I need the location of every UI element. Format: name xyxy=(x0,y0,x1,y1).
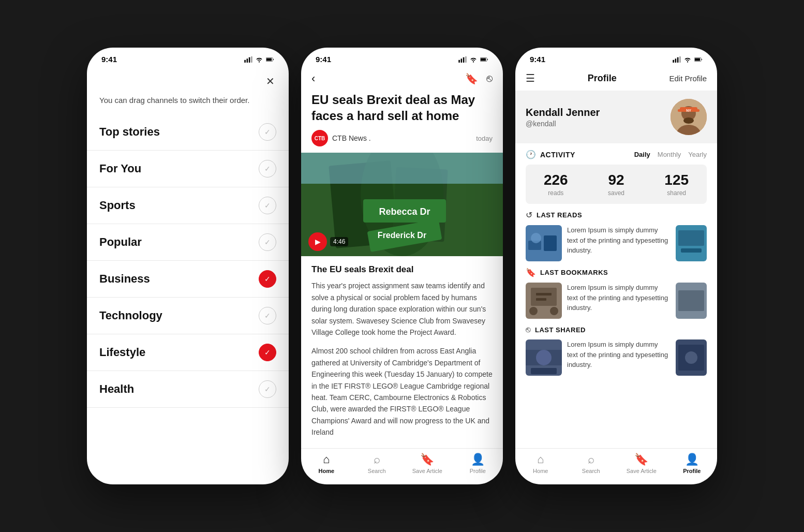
tab-daily[interactable]: Daily xyxy=(634,151,650,158)
svg-text:Frederick Dr: Frederick Dr xyxy=(378,231,426,240)
channels-content: ✕ You can drag channels to switch their … xyxy=(87,68,289,484)
channel-item[interactable]: For You✓ xyxy=(87,151,289,187)
save-label-3: Save Article xyxy=(627,468,657,474)
edit-profile-button[interactable]: Edit Profile xyxy=(669,74,707,83)
channel-name: Top stories xyxy=(99,125,160,139)
channel-name: Sports xyxy=(99,199,136,212)
signal-icon xyxy=(244,56,252,63)
profile-icon-2: 👤 xyxy=(471,453,485,466)
last-shared-thumb xyxy=(526,339,562,376)
search-icon-3: ⌕ xyxy=(588,453,594,466)
last-reads-card[interactable]: Lorem Ipsum is simply dummy text of the … xyxy=(526,225,707,261)
channel-check[interactable]: ✓ xyxy=(259,380,276,398)
battery-icon-2 xyxy=(480,56,488,63)
channel-check[interactable]: ✓ xyxy=(259,233,276,251)
last-bookmarks-header: 🔖 LAST BOOKMARKS xyxy=(526,268,707,277)
channel-name: Technology xyxy=(99,309,162,322)
article-source: CTB CTB News . today xyxy=(301,130,503,153)
svg-text:Rebecca Dr: Rebecca Dr xyxy=(379,206,430,217)
last-shared-header: ⎋ LAST SHARED xyxy=(526,325,707,334)
profile-page-title: Profile xyxy=(588,73,617,84)
channel-item[interactable]: Top stories✓ xyxy=(87,114,289,151)
tab-monthly[interactable]: Monthly xyxy=(658,151,681,158)
last-shared-card[interactable]: Lorem Ipsum is simply dummy text of the … xyxy=(526,339,707,376)
activity-header: 🕐 ACTIVITY Daily Monthly Yearly xyxy=(526,150,707,159)
channel-check[interactable]: ✓ xyxy=(259,197,276,214)
source-badge: CTB xyxy=(311,130,328,146)
svg-point-46 xyxy=(550,307,558,315)
svg-rect-11 xyxy=(481,58,486,61)
profile-label-3: Profile xyxy=(683,468,701,474)
channel-item[interactable]: Popular✓ xyxy=(87,224,289,261)
svg-rect-2 xyxy=(249,57,250,62)
last-shared-image xyxy=(526,339,562,376)
channel-check[interactable]: ✓ xyxy=(259,270,276,288)
nav-save-3[interactable]: 🔖 Save Article xyxy=(616,453,667,474)
nav-profile-3[interactable]: 👤 Profile xyxy=(667,453,718,474)
last-reads-section: ↺ LAST READS Lorem Ipsum is simply dummy… xyxy=(515,210,717,268)
channel-item[interactable]: Sports✓ xyxy=(87,187,289,224)
status-time-2: 9:41 xyxy=(316,55,331,64)
svg-rect-6 xyxy=(458,60,460,62)
nav-home-2[interactable]: ⌂ Home xyxy=(301,453,352,474)
save-icon-3: 🔖 xyxy=(634,453,648,466)
status-bar-2: 9:41 xyxy=(301,48,503,68)
last-bookmarks-card[interactable]: Lorem Ipsum is simply dummy text of the … xyxy=(526,283,707,319)
svg-rect-0 xyxy=(244,60,246,62)
signal-icon-2 xyxy=(458,56,467,63)
search-label-3: Search xyxy=(582,468,600,474)
nav-home-3[interactable]: ⌂ Home xyxy=(515,453,566,474)
bottom-nav-2: ⌂ Home ⌕ Search 🔖 Save Article 👤 Profile xyxy=(301,448,503,484)
nav-search-2[interactable]: ⌕ Search xyxy=(352,453,403,474)
hamburger-icon[interactable]: ☰ xyxy=(526,72,535,84)
activity-section: 🕐 ACTIVITY Daily Monthly Yearly 226 read… xyxy=(515,150,717,210)
profile-label-2: Profile xyxy=(470,468,486,474)
stat-reads-label: reads xyxy=(531,189,581,197)
home-icon-2: ⌂ xyxy=(323,453,330,466)
tab-yearly[interactable]: Yearly xyxy=(688,151,707,158)
channel-item[interactable]: Lifestyle✓ xyxy=(87,334,289,371)
last-reads-header: ↺ LAST READS xyxy=(526,210,707,220)
share-icon[interactable]: ⎋ xyxy=(486,72,493,85)
play-button[interactable]: ▶ 4:46 xyxy=(308,232,348,251)
article-subtitle: The EU seals Brexit deal xyxy=(311,264,493,275)
channels-list: Top stories✓For You✓Sports✓Popular✓Busin… xyxy=(87,114,289,408)
phone-article: 9:41 ‹ 🔖 ⎋ EU seal xyxy=(301,48,503,484)
stat-reads-number: 226 xyxy=(531,172,581,188)
wifi-icon-2 xyxy=(469,56,478,63)
profile-info-left: Kendall Jenner @kendall xyxy=(526,107,600,128)
back-button[interactable]: ‹ xyxy=(311,72,315,85)
phone-channels: 9:41 ✕ You can drag channels to switch t… xyxy=(87,48,289,484)
channel-check[interactable]: ✓ xyxy=(259,344,276,361)
search-label-2: Search xyxy=(368,468,386,474)
nav-save-2[interactable]: 🔖 Save Article xyxy=(402,453,453,474)
svg-rect-9 xyxy=(465,56,467,63)
svg-rect-23 xyxy=(677,57,679,62)
stat-saved-label: saved xyxy=(591,189,642,197)
status-bar-3: 9:41 xyxy=(515,48,717,68)
svg-rect-21 xyxy=(673,60,674,62)
last-bookmarks-image-right xyxy=(676,283,707,319)
channel-check[interactable]: ✓ xyxy=(259,160,276,178)
channel-item[interactable]: Technology✓ xyxy=(87,298,289,334)
channel-check[interactable]: ✓ xyxy=(259,123,276,141)
bookmark-icon[interactable]: 🔖 xyxy=(465,72,478,85)
nav-search-3[interactable]: ⌕ Search xyxy=(566,453,617,474)
save-label-2: Save Article xyxy=(412,468,442,474)
channel-item[interactable]: Health✓ xyxy=(87,371,289,408)
last-reads-thumb xyxy=(526,225,562,261)
video-duration: 4:46 xyxy=(330,237,348,246)
status-icons-1 xyxy=(244,56,274,63)
channel-name: Health xyxy=(99,382,134,396)
home-label-3: Home xyxy=(533,468,548,474)
nav-profile-2[interactable]: 👤 Profile xyxy=(453,453,503,474)
avatar-image: NY xyxy=(671,99,707,135)
close-button[interactable]: ✕ xyxy=(262,73,278,90)
channel-check[interactable]: ✓ xyxy=(259,307,276,324)
channel-name: Popular xyxy=(99,235,142,249)
save-icon-2: 🔖 xyxy=(420,453,434,466)
channel-item[interactable]: Business✓ xyxy=(87,261,289,298)
last-bookmarks-text: Lorem Ipsum is simply dummy text of the … xyxy=(567,283,671,319)
last-bookmarks-title: LAST BOOKMARKS xyxy=(540,269,608,276)
last-shared-thumb-right xyxy=(676,339,707,376)
